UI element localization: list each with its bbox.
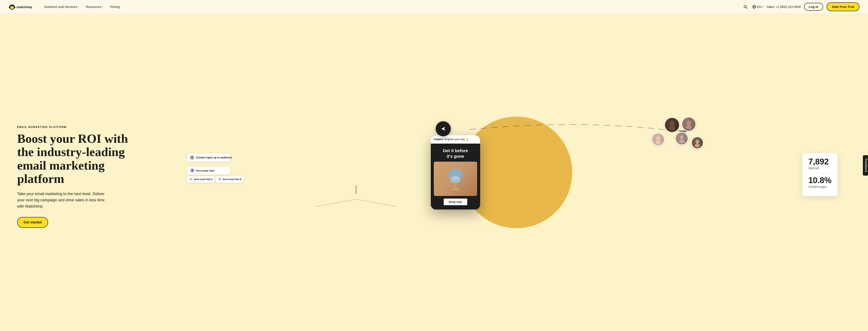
lang-chevron-icon: ▾ [762,6,763,8]
svg-rect-38 [218,179,221,179]
workflow-area: Contact signs up to audience % Percentag… [187,153,230,183]
contact-node-label: Contact signs up to audience [196,156,231,159]
contact-signup-node: Contact signs up to audience [187,153,230,162]
percentage-node-label: Percentage Split [196,169,214,172]
send-icon-circle [436,121,451,136]
svg-point-1 [10,6,14,9]
svg-point-7 [14,7,15,8]
opened-number: 7,892 [808,157,832,167]
stats-divider [808,173,832,174]
sales-number: Sales: +1 (800) 315-5939 [767,5,801,8]
svg-text:%: % [191,169,192,172]
svg-line-28 [315,199,356,207]
svg-point-21 [679,140,684,143]
svg-point-15 [669,126,676,130]
svg-line-10 [746,7,747,8]
main-nav: mailchimp Solutions and Services ▾ Resou… [0,0,868,14]
send-email-path-b: Send email Path B [216,176,243,183]
feedback-tab[interactable]: Feedback [863,155,868,176]
opened-label: Opened [808,167,832,170]
clickthroughs-number: 10.8% [808,176,832,185]
svg-point-31 [191,156,193,158]
svg-point-20 [680,135,684,140]
solutions-label: Solutions and Services [44,5,77,8]
avatars-area [651,115,699,154]
search-button[interactable] [742,3,749,10]
svg-point-43 [452,176,459,179]
resources-label: Resources [86,5,101,8]
resources-nav-item[interactable]: Resources ▾ [83,3,106,10]
language-selector[interactable]: EN ▾ [752,5,763,9]
svg-point-42 [452,188,459,191]
avatar [675,132,688,145]
pricing-label: Pricing [110,5,120,8]
avatar [664,117,680,133]
svg-point-16 [687,121,691,125]
send-email-path-a: Send email Path A [187,176,215,183]
hero-section: EMAIL MARKETING PLATFORM Boost your ROI … [0,14,868,331]
clickthroughs-label: Clickthroughs [808,185,832,188]
pricing-nav-item[interactable]: Pricing [107,3,123,10]
svg-point-4 [11,6,11,7]
phone-mockup: Subject: Brighten your day 💡 Get it befo… [431,135,480,210]
subject-prefix: Subject: [434,138,444,141]
hero-tag: EMAIL MARKETING PLATFORM [17,126,129,128]
svg-line-29 [356,199,397,207]
login-button[interactable]: Log In [804,3,823,11]
svg-rect-41 [455,182,456,188]
avatar [691,137,704,149]
svg-point-23 [695,144,700,147]
solutions-chevron-icon: ▾ [78,6,79,8]
split-icon: % [190,169,194,173]
svg-point-17 [686,125,692,129]
hero-illustration: Contact signs up to audience % Percentag… [129,110,860,235]
solutions-nav-item[interactable]: Solutions and Services ▾ [41,3,82,10]
svg-point-18 [656,136,660,140]
nav-right: EN ▾ Sales: +1 (800) 315-5939 Log In Sta… [742,2,860,11]
shop-now-button[interactable]: Shop now [444,199,467,205]
avatar [681,117,696,131]
feedback-label: Feedback [864,159,867,172]
path-a-label: Send email Path A [194,178,213,181]
svg-point-22 [695,140,699,144]
hero-left: EMAIL MARKETING PLATFORM Boost your ROI … [17,117,129,228]
email-headline: Get it before it's gone [434,148,477,159]
lang-label: EN [757,5,761,8]
email-body: Get it before it's gone [431,144,480,210]
svg-rect-36 [190,179,192,180]
email-subject-bar: Subject: Brighten your day 💡 [431,135,480,144]
get-started-button[interactable]: Get started [17,217,48,228]
svg-rect-39 [218,179,221,180]
svg-point-19 [655,140,661,144]
svg-rect-35 [190,179,192,179]
resources-chevron-icon: ▾ [102,6,103,8]
start-trial-button[interactable]: Start Free Trial [827,2,860,11]
stats-card: 7,892 Opened 10.8% Clickthroughs [802,153,838,196]
path-b-label: Send email Path B [223,178,241,181]
subject-text: Brighten your day 💡 [444,138,469,141]
product-image [434,162,477,196]
hero-subtitle: Take your email marketing to the next le… [17,191,112,209]
svg-point-5 [13,6,13,7]
percentage-split-node: % Percentage Split [187,167,230,175]
nav-items: Solutions and Services ▾ Resources ▾ Pri… [41,3,742,10]
contact-icon [190,155,194,160]
avatar [651,133,665,146]
svg-point-6 [9,7,10,8]
svg-point-14 [670,121,675,126]
logo[interactable]: mailchimp [8,3,34,11]
svg-text:mailchimp: mailchimp [17,5,32,9]
hero-title: Boost your ROI with the industry-leading… [17,132,129,186]
